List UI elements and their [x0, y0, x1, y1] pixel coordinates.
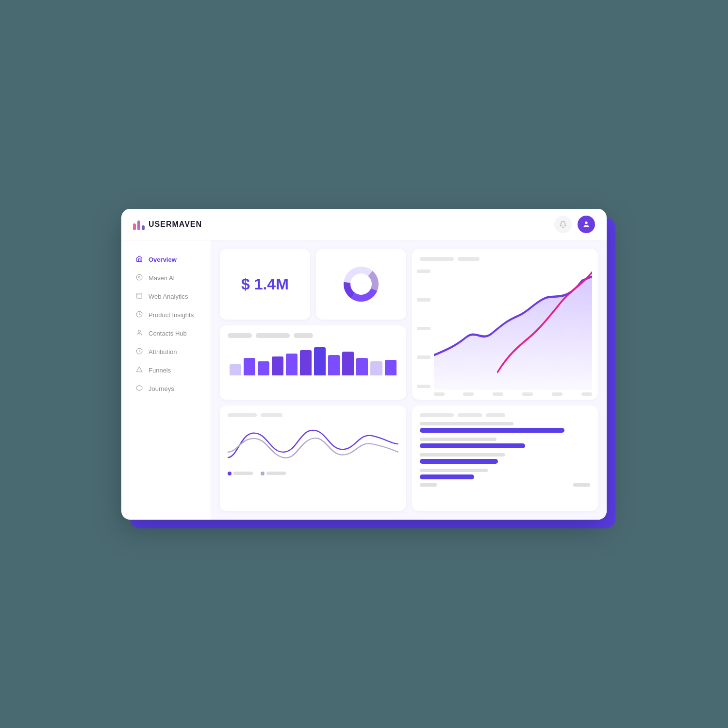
line-title-pill-1	[228, 413, 257, 417]
bar-chart-pill-1	[228, 333, 252, 338]
sidebar-label-attribution: Attribution	[149, 348, 177, 356]
line-chart-legend	[228, 472, 398, 475]
x-label-1	[434, 392, 445, 396]
hbar-row-label-4	[420, 469, 488, 472]
legend-label-2	[266, 472, 286, 475]
wave-line-light	[228, 438, 398, 457]
legend-dot-1	[228, 472, 232, 475]
bar-chart-pill-2	[256, 333, 290, 338]
hbar-row-label-2	[420, 438, 496, 441]
sidebar: Overview Maven AI	[121, 240, 211, 520]
sidebar-item-attribution[interactable]: Attribution	[125, 343, 207, 361]
top-cards-row: $ 1.4M	[220, 249, 406, 320]
hbar-chart-title	[420, 413, 591, 417]
sidebar-label-journeys: Journeys	[149, 385, 174, 392]
donut-chart	[342, 265, 381, 304]
app-window-wrapper: USERMAVEN	[121, 209, 607, 520]
header-actions	[554, 216, 595, 233]
bar-12	[385, 360, 397, 376]
revenue-card: $ 1.4M	[220, 249, 310, 320]
legend-item-2	[261, 472, 286, 475]
funnels-icon	[135, 366, 144, 374]
hbar-title-pill-2	[458, 413, 482, 417]
bar-9	[342, 352, 354, 375]
sidebar-label-contacts-hub: Contacts Hub	[149, 330, 187, 337]
hbar-row-1	[420, 422, 591, 433]
bar-10	[356, 358, 368, 375]
line-title-pill-2	[261, 413, 282, 417]
x-label-3	[493, 392, 503, 396]
hbar-row-2	[420, 438, 591, 448]
legend-item-1	[228, 472, 253, 475]
sidebar-item-web-analytics[interactable]: Web Analytics	[125, 288, 207, 305]
hbar-title-pill-1	[420, 413, 454, 417]
svg-point-0	[585, 221, 587, 224]
hbar-fill-2	[420, 443, 526, 448]
logo-bar-2	[137, 220, 140, 230]
hbar-footer-label-2	[573, 483, 590, 487]
area-title-pill-1	[420, 257, 454, 261]
y-label-2	[417, 298, 430, 302]
y-label-3	[417, 327, 430, 330]
sidebar-item-maven-ai[interactable]: Maven AI	[125, 269, 207, 287]
sidebar-label-overview: Overview	[149, 256, 177, 263]
web-analytics-icon	[135, 292, 144, 301]
sidebar-item-contacts-hub[interactable]: Contacts Hub	[125, 324, 207, 342]
x-label-6	[581, 392, 592, 396]
app-window: USERMAVEN	[121, 209, 607, 520]
sidebar-item-product-insights[interactable]: Product Insights	[125, 306, 207, 324]
bar-7	[314, 347, 326, 376]
sidebar-item-journeys[interactable]: Journeys	[125, 380, 207, 398]
hbar-fill-3	[420, 459, 498, 464]
svg-rect-3	[137, 293, 142, 298]
sidebar-item-funnels[interactable]: Funnels	[125, 361, 207, 379]
bar-6	[300, 350, 312, 375]
svg-marker-10	[136, 367, 142, 372]
logo-icon	[133, 219, 145, 230]
line-chart-card	[220, 406, 406, 511]
revenue-value: $ 1.4M	[241, 275, 289, 293]
svg-marker-11	[136, 385, 142, 391]
svg-point-16	[350, 273, 372, 295]
svg-point-6	[138, 330, 141, 332]
svg-point-2	[138, 276, 140, 278]
notifications-button[interactable]	[554, 216, 572, 233]
bar-chart-bars	[228, 344, 398, 375]
hbar-footer	[420, 483, 591, 487]
main-content: $ 1.4M	[211, 240, 607, 520]
bar-chart-card	[220, 325, 406, 400]
y-label-5	[417, 385, 430, 388]
sidebar-item-overview[interactable]: Overview	[125, 251, 207, 269]
journeys-icon	[135, 385, 144, 393]
logo: USERMAVEN	[133, 219, 202, 230]
bar-11	[370, 361, 382, 375]
sidebar-label-maven-ai: Maven AI	[149, 274, 175, 282]
bar-4	[272, 356, 283, 375]
bar-8	[328, 355, 340, 375]
x-label-2	[463, 392, 474, 396]
hbar-row-4	[420, 469, 591, 479]
donut-card	[316, 249, 406, 320]
hbar-row-3	[420, 453, 591, 464]
area-title-pill-2	[458, 257, 480, 261]
sidebar-label-product-insights: Product Insights	[149, 311, 194, 319]
area-chart-title	[420, 257, 591, 261]
bar-5	[286, 354, 298, 376]
logo-bar-1	[133, 223, 136, 230]
home-icon	[135, 255, 144, 264]
legend-dot-2	[261, 472, 265, 475]
y-label-1	[417, 270, 430, 273]
bar-1	[230, 364, 241, 375]
wave-chart-svg	[228, 422, 398, 466]
avatar-button[interactable]	[578, 216, 595, 233]
maven-ai-icon	[135, 274, 144, 282]
x-axis	[434, 392, 593, 396]
attribution-icon	[135, 348, 144, 356]
bar-3	[258, 361, 269, 375]
app-name: USERMAVEN	[149, 220, 202, 229]
header: USERMAVEN	[121, 209, 607, 240]
hbar-row-label-3	[420, 453, 505, 457]
hbar-fill-1	[420, 428, 565, 433]
product-insights-icon	[135, 311, 144, 319]
hbar-fill-4	[420, 474, 474, 479]
